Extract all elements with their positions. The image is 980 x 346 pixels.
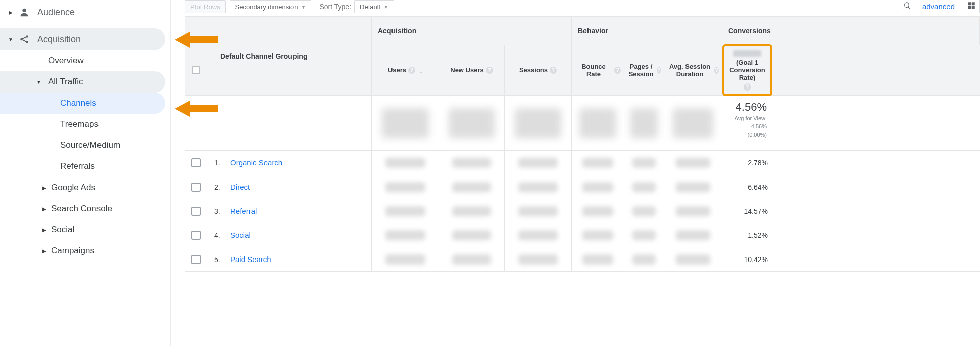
sidebar-label: Search Console <box>51 204 112 214</box>
channel-link[interactable]: Referral <box>230 207 257 215</box>
table-row: 3.Referral14.57% <box>185 199 980 223</box>
sidebar-item-treemaps[interactable]: Treemaps <box>0 114 165 135</box>
table-row: 5.Paid Search10.42% <box>185 247 980 272</box>
redacted-value <box>632 254 656 265</box>
redacted-value <box>676 158 710 168</box>
sidebar: ▶ Audience ▼ Acquisition Overview ▼ All … <box>0 0 171 346</box>
group-header-behavior: Behavior <box>572 17 722 45</box>
sidebar-item-channels[interactable]: Channels <box>0 93 165 114</box>
sidebar-item-referrals[interactable]: Referrals <box>0 156 165 177</box>
channel-link[interactable]: Direct <box>230 183 250 191</box>
sort-type-dropdown[interactable]: Default ▼ <box>354 0 394 13</box>
redacted-cell <box>572 247 624 271</box>
sort-desc-icon: ↓ <box>419 66 423 74</box>
redacted-cell <box>439 175 505 199</box>
advanced-filter-link[interactable]: advanced <box>922 2 955 11</box>
dimension-cell: 3.Referral <box>207 199 372 223</box>
sidebar-item-source-medium[interactable]: Source/Medium <box>0 135 165 156</box>
redacted-value <box>385 230 426 240</box>
row-checkbox[interactable] <box>191 231 201 240</box>
metric-header-pages-session[interactable]: Pages / Session? <box>624 45 664 95</box>
help-icon[interactable]: ? <box>744 83 751 91</box>
row-checkbox-cell <box>185 175 207 199</box>
help-icon[interactable]: ? <box>614 67 621 74</box>
help-icon[interactable]: ? <box>408 67 415 74</box>
sidebar-item-acquisition[interactable]: ▼ Acquisition <box>0 28 165 50</box>
table-toolbar: Plot Rows Secondary dimension ▼ Sort Typ… <box>185 0 980 13</box>
table-row: 2.Direct6.64% <box>185 175 980 199</box>
channel-link[interactable]: Paid Search <box>230 255 271 264</box>
redacted-cell <box>572 175 624 199</box>
redacted-value <box>630 108 658 138</box>
row-checkbox[interactable] <box>191 255 201 264</box>
row-number: 1. <box>214 159 223 167</box>
metric-header-bounce-rate[interactable]: Bounce Rate? <box>572 45 624 95</box>
svg-marker-4 <box>175 32 218 48</box>
caret-right-icon: ▶ <box>42 206 48 212</box>
table-view-button[interactable] <box>963 0 980 13</box>
redacted-value <box>676 206 710 216</box>
summary-goal1: 4.56% Avg for View: 4.56% (0.00%) <box>722 96 772 150</box>
redacted-value <box>452 206 491 216</box>
sidebar-item-social[interactable]: ▶ Social <box>0 219 165 240</box>
secondary-dimension-dropdown[interactable]: Secondary dimension ▼ <box>230 0 312 13</box>
redacted-value <box>676 254 710 265</box>
sidebar-item-campaigns[interactable]: ▶ Campaigns <box>0 240 165 262</box>
row-checkbox[interactable] <box>191 207 201 216</box>
sidebar-label: Overview <box>48 56 84 66</box>
channel-link[interactable]: Organic Search <box>230 158 282 167</box>
metric-header-sessions[interactable]: Sessions? <box>505 45 572 95</box>
group-label: Conversions <box>728 27 771 35</box>
sidebar-item-all-traffic[interactable]: ▼ All Traffic <box>0 71 165 93</box>
redacted-cell <box>572 199 624 223</box>
select-all-checkbox[interactable] <box>192 66 200 74</box>
goal1-cell: 2.78% <box>722 151 772 175</box>
metric-header-goal1-highlighted[interactable]: (Goal 1 Conversion Rate) ? <box>722 44 772 96</box>
sort-type-control: Sort Type: Default ▼ <box>319 0 394 13</box>
metric-header-avg-duration[interactable]: Avg. Session Duration? <box>664 45 722 95</box>
channels-table: Default Channel Grouping Acquisition Beh… <box>185 16 980 272</box>
table-search-input[interactable] <box>797 0 897 13</box>
summary-row: 4.56% Avg for View: 4.56% (0.00%) <box>185 96 980 151</box>
summary-sub: Avg for View: <box>735 115 767 122</box>
help-icon[interactable]: ? <box>714 67 719 74</box>
metric-header-users[interactable]: Users?↓ <box>372 45 439 95</box>
chevron-down-icon: ▼ <box>383 4 388 10</box>
sidebar-label: Referrals <box>60 161 95 171</box>
annotation-arrow-icon <box>175 30 218 50</box>
summary-sub: (0.00%) <box>747 131 767 138</box>
redacted-value <box>452 158 491 168</box>
help-icon[interactable]: ? <box>486 67 493 74</box>
redacted-text <box>733 50 761 57</box>
summary-sub: 4.56% <box>751 123 767 130</box>
channel-link[interactable]: Social <box>230 231 251 239</box>
redacted-value <box>452 230 491 240</box>
goal1-cell: 14.57% <box>722 199 772 223</box>
redacted-value <box>582 158 614 168</box>
row-checkbox[interactable] <box>191 183 201 192</box>
metric-label: (Goal 1 Conversion Rate) <box>727 59 767 81</box>
row-checkbox[interactable] <box>191 158 201 167</box>
redacted-value <box>385 206 426 216</box>
redacted-cell <box>664 199 722 223</box>
sidebar-item-search-console[interactable]: ▶ Search Console <box>0 198 165 219</box>
share-nodes-icon <box>18 33 30 45</box>
help-icon[interactable]: ? <box>550 67 557 74</box>
dimension-cell: 5.Paid Search <box>207 247 372 271</box>
redacted-cell <box>624 223 664 247</box>
sidebar-item-google-ads[interactable]: ▶ Google Ads <box>0 177 165 198</box>
goal1-cell: 6.64% <box>722 175 772 199</box>
redacted-value <box>518 158 558 168</box>
search-button[interactable] <box>900 0 915 13</box>
metric-label: Pages / Session <box>627 63 655 78</box>
sidebar-item-overview[interactable]: Overview <box>0 50 170 71</box>
dimension-header-spacer <box>207 45 372 95</box>
redacted-cell <box>372 199 439 223</box>
help-icon[interactable]: ? <box>657 67 661 74</box>
plot-rows-button[interactable]: Plot Rows <box>185 0 226 13</box>
sidebar-item-audience[interactable]: ▶ Audience <box>0 1 165 23</box>
metric-header-new-users[interactable]: New Users? <box>439 45 505 95</box>
redacted-value <box>582 206 614 216</box>
redacted-cell <box>439 247 505 271</box>
redacted-value <box>518 182 558 192</box>
